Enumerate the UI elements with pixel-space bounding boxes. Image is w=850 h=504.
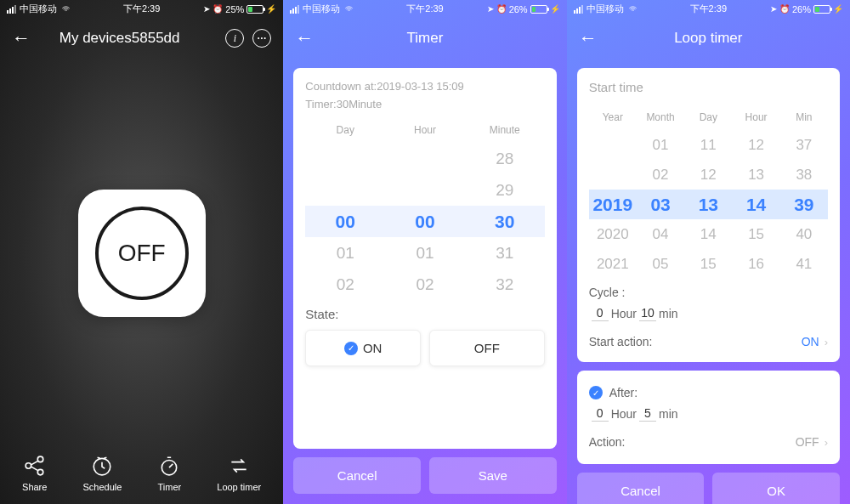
- status-bar: 中国移动 下午2:39 ➤ ⏰ 25% ⚡: [0, 0, 283, 17]
- page-title: Loop timer: [579, 30, 838, 47]
- location-icon: ➤: [770, 4, 777, 14]
- footer-buttons: Cancel OK: [567, 473, 850, 504]
- carrier: 中国移动: [303, 3, 340, 15]
- clock-icon: [91, 455, 113, 477]
- after-hour-input[interactable]: 0: [592, 406, 609, 422]
- power-state: OFF: [95, 207, 189, 300]
- cycle-hour-input[interactable]: 0: [592, 306, 609, 321]
- min-unit: min: [659, 307, 678, 320]
- header: ← Timer: [283, 17, 566, 59]
- chevron-right-icon: ›: [824, 336, 828, 348]
- save-button[interactable]: Save: [429, 457, 557, 494]
- signal-icon: [574, 5, 583, 14]
- svg-point-1: [37, 456, 43, 462]
- charging-icon: ⚡: [266, 4, 276, 14]
- action-label: Action:: [589, 435, 796, 449]
- tab-label: Schedule: [83, 482, 122, 492]
- tab-timer[interactable]: Timer: [157, 455, 181, 492]
- col-min: Min: [780, 111, 828, 123]
- svg-point-0: [26, 463, 31, 469]
- col-day: Day: [305, 124, 385, 136]
- start-action-label: Start action:: [589, 335, 802, 348]
- svg-point-2: [37, 469, 43, 475]
- charging-icon: ⚡: [833, 4, 843, 14]
- after-row[interactable]: ✓ After:: [589, 379, 828, 406]
- action-row[interactable]: Action: OFF ›: [589, 428, 828, 456]
- footer-buttons: Cancel Save: [283, 457, 566, 504]
- on-label: ON: [363, 341, 382, 355]
- picker-header: Day Hour Minute: [305, 124, 544, 136]
- after-card: ✓ After: 0 Hour 5 min Action: OFF ›: [577, 371, 840, 464]
- signal-icon: [290, 5, 299, 14]
- countdown-label: Countdown at:2019-03-13 15:09: [305, 80, 544, 93]
- page-title: Timer: [295, 30, 554, 47]
- tab-schedule[interactable]: Schedule: [83, 455, 122, 492]
- check-icon: ✓: [344, 342, 358, 355]
- cycle-input-row[interactable]: 0 Hour 10 min: [589, 306, 828, 328]
- start-time-label: Start time: [589, 80, 828, 94]
- wifi-icon: [343, 5, 354, 14]
- time-picker[interactable]: 0001020001022829303132: [305, 143, 544, 300]
- battery-icon: [813, 5, 830, 14]
- status-time: 下午2:39: [406, 3, 443, 15]
- state-label: State:: [305, 307, 544, 321]
- after-input-row[interactable]: 0 Hour 5 min: [589, 406, 828, 428]
- cycle-label: Cycle :: [589, 286, 626, 299]
- tab-loop-timer[interactable]: Loop timer: [217, 455, 261, 492]
- state-on-button[interactable]: ✓ ON: [305, 330, 421, 366]
- location-icon: ➤: [203, 4, 210, 14]
- hour-unit: Hour: [611, 307, 637, 320]
- battery-icon: [246, 5, 264, 14]
- status-time: 下午2:39: [690, 3, 727, 15]
- wifi-icon: [627, 5, 638, 14]
- screen-loop-timer: 中国移动 下午2:39 ➤ ⏰ 26% ⚡ ← Loop timer Start…: [567, 0, 850, 504]
- cancel-button[interactable]: Cancel: [293, 457, 421, 494]
- stopwatch-icon: [158, 455, 180, 477]
- tab-label: Share: [22, 482, 47, 492]
- timer-card: Countdown at:2019-03-13 15:09 Timer:30Mi…: [293, 68, 556, 449]
- tab-share[interactable]: Share: [22, 455, 47, 492]
- check-icon: ✓: [589, 386, 603, 399]
- charging-icon: ⚡: [550, 4, 560, 14]
- cycle-min-input[interactable]: 10: [639, 306, 656, 321]
- carrier: 中国移动: [586, 3, 624, 15]
- signal-icon: [7, 5, 16, 14]
- cancel-button[interactable]: Cancel: [577, 473, 705, 504]
- ok-button[interactable]: OK: [712, 473, 840, 504]
- after-label: After:: [609, 386, 638, 399]
- col-month: Month: [637, 111, 684, 123]
- power-button[interactable]: OFF: [78, 190, 206, 317]
- timer-duration-label: Timer:30Minute: [305, 98, 544, 110]
- screen-timer: 中国移动 下午2:39 ➤ ⏰ 26% ⚡ ← Timer Countdown …: [283, 0, 566, 504]
- start-time-card: Start time Year Month Day Hour Min 20192…: [577, 68, 840, 362]
- share-icon: [24, 455, 46, 477]
- alarm-icon: ⏰: [779, 4, 790, 14]
- battery-percent: 25%: [225, 4, 244, 14]
- tab-label: Timer: [157, 482, 181, 492]
- after-min-input[interactable]: 5: [639, 406, 656, 422]
- bottom-tabs: Share Schedule Timer Loop timer: [0, 446, 283, 504]
- battery-percent: 26%: [792, 4, 811, 14]
- col-hour: Hour: [385, 124, 465, 136]
- tab-label: Loop timer: [217, 482, 261, 492]
- picker-header: Year Month Day Hour Min: [589, 111, 828, 123]
- screen-device-control: 中国移动 下午2:39 ➤ ⏰ 25% ⚡ ← My devices5855dd…: [0, 0, 283, 504]
- start-action-value: ON: [802, 335, 819, 348]
- info-button[interactable]: i: [225, 29, 244, 48]
- col-hour: Hour: [732, 111, 779, 123]
- col-minute: Minute: [465, 124, 545, 136]
- start-action-row[interactable]: Start action: ON ›: [589, 328, 828, 355]
- off-label: OFF: [474, 341, 500, 355]
- header: ← My devices5855dd i •••: [0, 17, 283, 59]
- wifi-icon: [60, 5, 71, 14]
- location-icon: ➤: [487, 4, 494, 14]
- battery-icon: [530, 5, 547, 14]
- cycle-row: Cycle :: [589, 279, 828, 306]
- page-title: My devices5855dd: [22, 30, 217, 47]
- datetime-picker[interactable]: 2019202020210102030405111213141512131415…: [589, 130, 828, 279]
- hour-unit: Hour: [611, 407, 637, 421]
- status-time: 下午2:39: [123, 3, 160, 15]
- battery-percent: 26%: [509, 4, 528, 14]
- state-off-button[interactable]: OFF: [429, 330, 545, 366]
- more-button[interactable]: •••: [252, 29, 271, 48]
